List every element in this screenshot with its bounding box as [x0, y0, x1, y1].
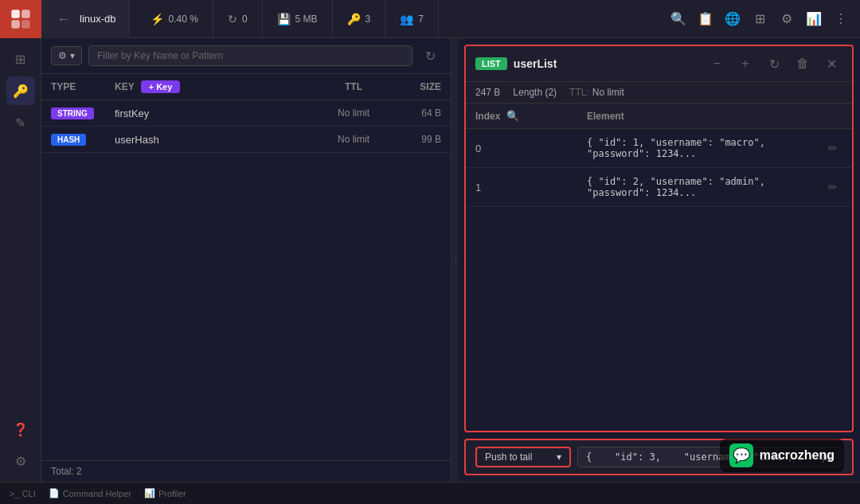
- db-tab[interactable]: ← linux-db: [41, 0, 130, 38]
- col-size-header: Size: [393, 81, 441, 92]
- edit-row-1-btn[interactable]: ✏: [823, 178, 842, 197]
- type-badge-hash: HASH: [51, 134, 86, 146]
- key-table: Type Key + Key TTL Size STRING firstKey …: [41, 74, 451, 460]
- command-helper-icon: 📄: [49, 488, 60, 498]
- grid-action-btn[interactable]: ⊞: [747, 6, 772, 32]
- sidebar-settings-btn[interactable]: ⚙: [6, 447, 35, 475]
- divider-indicator: ⋮: [452, 256, 458, 264]
- profiler-status-item[interactable]: 📊 Profiler: [144, 488, 186, 498]
- clients-stat: 👥 7: [385, 0, 439, 38]
- more-action-btn[interactable]: ⋮: [828, 6, 854, 32]
- panel-divider[interactable]: ⋮: [452, 38, 458, 482]
- chevron-down-icon: ▾: [557, 451, 561, 463]
- sidebar-icons: ⊞ 🔑 ✎ ❓ ⚙: [0, 38, 41, 482]
- sidebar-keys-btn[interactable]: 🔑: [6, 76, 35, 105]
- value-key-name: userList: [514, 57, 557, 70]
- svg-rect-1: [22, 10, 29, 18]
- key-list-toolbar: ⚙ ▾ ↻: [41, 38, 451, 74]
- cpu-value: 0.40 %: [169, 14, 198, 25]
- cli-label: >_ CLI: [10, 489, 36, 498]
- size-meta: 247 B: [475, 87, 500, 98]
- key-table-header: Type Key + Key TTL Size: [41, 74, 451, 100]
- row-element-1: { "id": 2, "username": "admin", "passwor…: [587, 176, 823, 198]
- total-count: Total: 2: [51, 466, 82, 477]
- settings-action-btn[interactable]: ⚙: [774, 6, 799, 32]
- push-action-dropdown[interactable]: Push to tail ▾: [475, 447, 571, 467]
- table-row[interactable]: 1 { "id": 2, "username": "admin", "passw…: [466, 168, 852, 207]
- app-logo: [0, 0, 41, 38]
- col-element-header: Element: [587, 111, 842, 122]
- data-table: Index 🔍 Element 0 { "id": 1, "username":…: [466, 104, 852, 431]
- delete-icon-btn[interactable]: 🗑: [792, 53, 814, 75]
- key-list-panel: ⚙ ▾ ↻ Type Key + Key TTL Size STRING: [41, 38, 452, 482]
- size-value: 247 B: [475, 87, 500, 98]
- back-button[interactable]: ←: [54, 12, 73, 26]
- value-panel: LIST userList − + ↻ 🗑 ✕ 247 B Length (2)…: [464, 45, 854, 432]
- add-key-button[interactable]: + Key: [141, 80, 181, 93]
- search-action-btn[interactable]: 🔍: [666, 6, 691, 32]
- col-key-header: Key + Key: [115, 80, 314, 93]
- clients-value: 7: [418, 14, 424, 25]
- filter-icon: ⚙: [58, 50, 67, 61]
- remove-icon-btn[interactable]: −: [706, 53, 728, 75]
- sidebar-help-btn[interactable]: ❓: [6, 415, 35, 443]
- filter-type-dropdown[interactable]: ⚙ ▾: [51, 46, 82, 65]
- wechat-icon: 💬: [729, 443, 753, 467]
- key-size-1: 99 B: [393, 134, 441, 145]
- length-value: Length (2): [513, 87, 557, 98]
- ttl-value: No limit: [592, 87, 624, 98]
- key-ttl-0: No limit: [314, 107, 393, 119]
- close-icon-btn[interactable]: ✕: [820, 53, 842, 75]
- copy-action-btn[interactable]: 📋: [693, 6, 718, 32]
- refresh-icon-btn[interactable]: ↻: [763, 53, 785, 75]
- col-index-header: Index 🔍: [475, 110, 587, 122]
- network-action-btn[interactable]: 🌐: [720, 6, 745, 32]
- key-ttl-1: No limit: [314, 134, 393, 145]
- cpu-icon: ⚡: [150, 13, 164, 25]
- sidebar-grid-btn[interactable]: ⊞: [6, 45, 35, 73]
- db-name: linux-db: [80, 13, 116, 25]
- memory-icon: 💾: [277, 13, 291, 25]
- main-layout: ⊞ 🔑 ✎ ❓ ⚙ ⚙ ▾ ↻ Type Key + Key TTL Size: [0, 38, 860, 482]
- watermark: 💬 macrozheng: [720, 439, 844, 472]
- key-name-1: userHash: [115, 134, 159, 146]
- cli-status-item[interactable]: >_ CLI: [10, 489, 36, 498]
- row-index-0: 0: [475, 143, 587, 154]
- index-search-icon[interactable]: 🔍: [506, 110, 519, 122]
- watermark-text: macrozheng: [760, 448, 835, 463]
- sidebar-edit-btn[interactable]: ✎: [6, 108, 35, 137]
- col-type-header: Type: [51, 81, 115, 92]
- table-row[interactable]: STRING firstKey No limit 64 B: [41, 100, 451, 127]
- cpu-stat: ⚡ 0.40 %: [136, 0, 213, 38]
- topbar-actions: 🔍 📋 🌐 ⊞ ⚙ 📊 ⋮: [659, 6, 860, 32]
- edit-row-0-btn[interactable]: ✏: [823, 139, 842, 158]
- key-size-0: 64 B: [393, 107, 441, 119]
- chart-action-btn[interactable]: 📊: [801, 6, 827, 32]
- command-helper-status-item[interactable]: 📄 Command Helper: [49, 488, 131, 498]
- value-panel-meta: 247 B Length (2) TTL: No limit: [466, 82, 852, 104]
- ops-value: 0: [242, 14, 248, 25]
- profiler-label: Profiler: [158, 489, 186, 498]
- keys-value: 3: [366, 14, 371, 25]
- ops-stat: ↻ 0: [213, 0, 263, 38]
- right-panel: LIST userList − + ↻ 🗑 ✕ 247 B Length (2)…: [458, 38, 860, 482]
- row-element-0: { "id": 1, "username": "macro", "passwor…: [587, 137, 823, 159]
- table-row[interactable]: HASH userHash No limit 99 B: [41, 127, 451, 153]
- data-table-header: Index 🔍 Element: [466, 104, 852, 129]
- push-action-label: Push to tail: [485, 451, 532, 463]
- length-meta: Length (2): [513, 87, 557, 98]
- table-row[interactable]: 0 { "id": 1, "username": "macro", "passw…: [466, 129, 852, 168]
- topbar: ← linux-db ⚡ 0.40 % ↻ 0 💾 5 MB 🔑 3 👥 7 🔍…: [0, 0, 860, 38]
- svg-rect-0: [11, 10, 19, 18]
- keys-icon: 🔑: [347, 13, 361, 25]
- refresh-button[interactable]: ↻: [419, 45, 441, 67]
- add-icon-btn[interactable]: +: [734, 53, 756, 75]
- keys-stat: 🔑 3: [333, 0, 386, 38]
- row-index-1: 1: [475, 182, 587, 193]
- list-type-badge: LIST: [475, 57, 507, 70]
- stats-bar: ⚡ 0.40 % ↻ 0 💾 5 MB 🔑 3 👥 7: [130, 0, 659, 38]
- col-ttl-header: TTL: [314, 81, 393, 92]
- svg-rect-3: [22, 20, 29, 28]
- ops-icon: ↻: [228, 13, 237, 25]
- filter-input[interactable]: [88, 45, 412, 66]
